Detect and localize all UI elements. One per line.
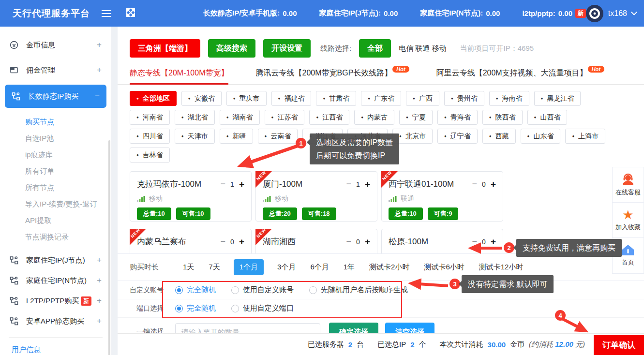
account-radio-option[interactable]: 先随机用户名后按顺序生成 (309, 285, 408, 295)
sidebar-item-group[interactable]: L2TP/PPTP购买 新 + (0, 291, 111, 311)
minus-button[interactable]: − (346, 179, 352, 189)
region-chip[interactable]: 宁夏 (399, 110, 433, 125)
line-options[interactable]: 电信 联通 移动 (399, 44, 446, 53)
avatar[interactable] (586, 5, 603, 22)
plus-button[interactable]: + (239, 179, 244, 190)
region-chip[interactable]: 内蒙古 (354, 110, 394, 125)
product-tab[interactable]: 静态专线【20M-100M带宽】 (130, 64, 228, 85)
expand-plus-icon[interactable]: + (97, 316, 102, 326)
region-chip[interactable]: 重庆市 (226, 91, 267, 106)
open-settings-button[interactable]: 开设设置 (263, 39, 311, 58)
minus-button[interactable]: − (221, 179, 226, 189)
radio-icon[interactable] (175, 286, 183, 294)
sidebar-submenu-item[interactable]: 所有订单 (0, 163, 111, 179)
sidebar-submenu-item[interactable]: 购买节点 (0, 114, 111, 130)
fullscreen-icon[interactable] (126, 8, 135, 19)
sidebar-item-commission[interactable]: 佣金管理 + (0, 58, 111, 83)
minus-button[interactable]: − (472, 237, 478, 247)
region-chip[interactable]: 上海市 (565, 129, 605, 144)
radio-icon[interactable] (231, 305, 239, 312)
sidebar-scrollbar[interactable] (108, 140, 110, 355)
region-chip[interactable]: 广东省 (361, 91, 401, 106)
sidebar-item-coin-info[interactable]: 金币信息 + (0, 32, 111, 58)
sidebar-submenu-item[interactable]: 节点调换记录 (0, 229, 111, 245)
plus-button[interactable]: + (365, 179, 370, 190)
duration-option[interactable]: 测试卡2小时 (368, 259, 410, 275)
line-all-button[interactable]: 全部 (359, 39, 391, 58)
port-radio-option[interactable]: 完全随机 (175, 304, 216, 313)
minus-button[interactable]: − (472, 179, 478, 189)
expand-plus-icon[interactable]: + (97, 296, 102, 306)
region-chip[interactable]: 河南省 (130, 110, 170, 125)
duration-option[interactable]: 1年 (343, 259, 356, 275)
region-chip[interactable]: 四川省 (130, 129, 170, 144)
account-radio-option[interactable]: 使用自定义账号 (231, 285, 294, 295)
sidebar-submenu-item[interactable]: 导入IP-续费/更换-退订 (0, 196, 111, 212)
radio-icon[interactable] (231, 286, 239, 294)
region-chip[interactable]: 青海省 (437, 110, 478, 125)
project-button[interactable]: 三角洲【端游】 (130, 39, 200, 58)
expand-plus-icon[interactable]: + (97, 276, 102, 285)
region-chip[interactable]: 云南省 (258, 129, 298, 144)
sidebar-item-group[interactable]: 家庭住宅IP(N节点) + (0, 270, 111, 291)
sidebar-submenu-item[interactable]: 所有节点 (0, 179, 111, 196)
region-chip[interactable]: 湖南省 (220, 110, 260, 125)
region-chip[interactable]: 新疆 (220, 129, 253, 144)
plus-button[interactable]: + (365, 237, 370, 247)
region-chip[interactable]: 吉林省 (130, 148, 170, 163)
add-favorite-button[interactable]: ★ 加入收藏 (613, 203, 644, 238)
plus-button[interactable]: + (491, 237, 496, 247)
sidebar-item-group[interactable]: 家庭住宅IP(J节点) + (0, 250, 111, 270)
region-chip[interactable]: 山东省 (521, 129, 561, 144)
port-radio-option[interactable]: 使用自定义端口 (231, 304, 294, 313)
region-chip[interactable]: 广西 (406, 91, 439, 106)
chevron-down-icon[interactable] (631, 9, 637, 15)
region-chip[interactable]: 黑龙江省 (534, 91, 581, 106)
plus-button[interactable]: + (239, 237, 244, 247)
expand-plus-icon[interactable]: + (97, 255, 102, 265)
duration-option[interactable]: 7天 (208, 259, 221, 275)
region-chip[interactable]: 海南省 (489, 91, 529, 106)
region-chip[interactable]: 安徽省 (181, 91, 222, 106)
account-radio-option[interactable]: 完全随机 (175, 285, 216, 295)
radio-icon[interactable] (175, 305, 183, 312)
duration-option[interactable]: 6个月 (309, 259, 329, 275)
sidebar-submenu-item[interactable]: 自选IP池 (0, 130, 111, 147)
region-chip[interactable]: 陕西省 (482, 110, 523, 125)
duration-option[interactable]: 测试卡6小时 (423, 259, 465, 275)
region-chip[interactable]: 天津市 (175, 129, 215, 144)
region-chip[interactable]: 山西省 (527, 110, 568, 125)
minus-button[interactable]: − (221, 237, 226, 247)
sidebar-submenu-item[interactable]: API提取 (0, 212, 111, 229)
region-chip[interactable]: 全部地区 (130, 91, 177, 106)
user-menu[interactable]: tx168 (586, 0, 636, 27)
username[interactable]: tx168 (608, 9, 627, 18)
region-chip[interactable]: 江苏省 (265, 110, 305, 125)
online-support-button[interactable]: 在线客服 (613, 167, 644, 203)
product-tab[interactable]: 阿里云专线【200M支持视频、大流量项目】Hot (436, 64, 604, 85)
region-chip[interactable]: 湖北省 (175, 110, 215, 125)
collapse-minus-icon[interactable]: − (95, 91, 100, 101)
sidebar-item-user-info[interactable]: 用户信息 (0, 338, 111, 355)
duration-option[interactable]: 3个月 (276, 259, 297, 275)
order-confirm-button[interactable]: 订单确认 (594, 335, 644, 355)
sidebar-item-group[interactable]: 安卓APP静态购买 + (0, 311, 111, 331)
minus-button[interactable]: − (346, 237, 352, 247)
plus-button[interactable]: + (491, 179, 496, 190)
sidebar-item-static-ip-buy[interactable]: 长效静态IP购买 − (5, 85, 106, 108)
expand-plus-icon[interactable]: + (97, 65, 102, 75)
radio-icon[interactable] (309, 286, 317, 294)
menu-toggle-icon[interactable] (102, 13, 111, 14)
region-chip[interactable]: 西藏 (482, 129, 516, 144)
region-chip[interactable]: 福建省 (271, 91, 312, 106)
duration-option[interactable]: 1天 (182, 259, 195, 275)
duration-option[interactable]: 测试卡12小时 (478, 259, 524, 275)
product-tab[interactable]: 腾讯云专线【200M带宽BGP长效线路】Hot (255, 64, 409, 85)
region-chip[interactable]: 江西省 (309, 110, 349, 125)
region-chip[interactable]: 贵州省 (444, 91, 484, 106)
region-chip[interactable]: 辽宁省 (437, 129, 478, 144)
region-chip[interactable]: 甘肃省 (316, 91, 356, 106)
duration-option[interactable]: 1个月 (234, 259, 264, 275)
sidebar-submenu-item[interactable]: ip痕迹库 (0, 147, 111, 163)
expand-plus-icon[interactable]: + (97, 40, 102, 50)
